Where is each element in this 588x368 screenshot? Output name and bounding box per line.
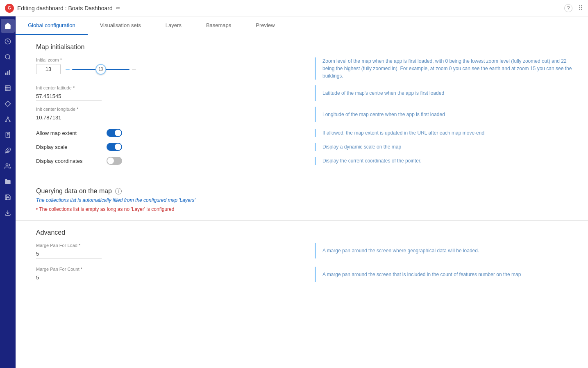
initial-zoom-row: Initial zoom * 13	[36, 57, 576, 80]
marge-pan-count-input[interactable]	[36, 273, 102, 282]
querying-title-row: Querying data on the map i	[36, 187, 576, 195]
initial-zoom-left: Initial zoom * 13	[36, 57, 315, 80]
display-coordinates-helper: Display the current coordinates of the p…	[315, 157, 576, 165]
svg-point-1	[5, 55, 10, 59]
content-area: Global configuration Visualisation sets …	[16, 16, 588, 368]
page-title: Editing dashboard : Boats Dashboard	[17, 5, 113, 11]
initial-zoom-helper: Zoom level of the map when the app is fi…	[315, 57, 576, 80]
querying-note: • The collections list is empty as long …	[36, 206, 576, 212]
querying-subtitle: The collections list is automatically fi…	[36, 197, 576, 203]
longitude-row: Init center longitude * Longitude of the…	[36, 107, 576, 122]
sidebar-item-table[interactable]	[1, 81, 15, 95]
querying-info-icon[interactable]: i	[115, 188, 122, 194]
allow-map-extent-toggle[interactable]	[107, 129, 122, 137]
marge-pan-count-helper: A marge pan around the screen that is in…	[315, 267, 576, 282]
tab-layers[interactable]: Layers	[153, 16, 194, 35]
svg-rect-3	[5, 73, 7, 75]
sidebar-item-home[interactable]	[1, 19, 15, 33]
allow-map-extent-knob	[115, 130, 121, 136]
display-scale-label: Display scale	[36, 144, 102, 150]
marge-pan-load-helper: A marge pan around the screen where geog…	[315, 243, 576, 258]
marge-pan-load-label: Marge Pan For Load *	[36, 243, 306, 248]
display-coordinates-row: Display coordinates Display the current …	[36, 157, 576, 165]
display-coordinates-label: Display coordinates	[36, 158, 102, 164]
allow-map-extent-toggle-row: Allow map extent	[36, 129, 306, 137]
display-coordinates-toggle-row: Display coordinates	[36, 157, 306, 165]
app-logo: G	[5, 4, 14, 13]
advanced-title: Advanced	[36, 229, 576, 236]
svg-point-12	[5, 121, 7, 122]
marge-pan-load-input[interactable]	[36, 249, 102, 258]
svg-rect-6	[5, 86, 10, 91]
sidebar	[0, 16, 16, 368]
sidebar-item-chart[interactable]	[1, 66, 15, 80]
marge-pan-load-row: Marge Pan For Load * A marge pan around …	[36, 243, 576, 258]
latitude-label: Init center latitude *	[36, 85, 306, 90]
allow-map-extent-left: Allow map extent	[36, 129, 315, 137]
display-scale-toggle-row: Display scale	[36, 143, 306, 151]
svg-point-11	[7, 117, 9, 118]
sidebar-item-puzzle[interactable]	[1, 144, 15, 158]
map-initialisation-section: Map initialisation Initial zoom * 1	[16, 35, 588, 179]
svg-line-15	[8, 118, 10, 121]
svg-rect-5	[9, 70, 10, 75]
latitude-helper: Latitude of the map's centre when the ap…	[315, 85, 576, 101]
zoom-controls: 13	[36, 64, 306, 74]
display-coordinates-left: Display coordinates	[36, 157, 315, 165]
querying-title: Querying data on the map	[36, 187, 112, 195]
allow-map-extent-helper: If allowed, the map extent is updated in…	[315, 129, 576, 137]
top-bar: G Editing dashboard : Boats Dashboard ✏ …	[0, 0, 588, 16]
allow-map-extent-row: Allow map extent If allowed, the map ext…	[36, 129, 576, 137]
tab-global-configuration[interactable]: Global configuration	[16, 16, 88, 35]
sidebar-item-folder[interactable]	[1, 175, 15, 189]
svg-point-13	[9, 121, 10, 122]
svg-line-2	[9, 58, 10, 59]
body-scroll: Map initialisation Initial zoom * 1	[16, 35, 588, 368]
map-init-title: Map initialisation	[36, 43, 576, 51]
display-coordinates-toggle[interactable]	[107, 157, 122, 165]
marge-pan-count-label: Marge Pan For Count *	[36, 267, 306, 272]
latitude-row: Init center latitude * Latitude of the m…	[36, 85, 576, 101]
sidebar-item-download[interactable]	[1, 206, 15, 220]
sidebar-item-save[interactable]	[1, 190, 15, 204]
grid-icon[interactable]: ⠿	[578, 4, 583, 12]
sidebar-item-search[interactable]	[1, 50, 15, 64]
sidebar-item-doc[interactable]	[1, 128, 15, 142]
display-scale-toggle[interactable]	[107, 143, 122, 151]
marge-pan-count-row: Marge Pan For Count * A marge pan around…	[36, 267, 576, 282]
sidebar-item-clock[interactable]	[1, 34, 15, 48]
display-scale-helper: Display a dynamic scale on the map	[315, 143, 576, 151]
longitude-label: Init center longitude *	[36, 107, 306, 112]
svg-line-14	[6, 118, 8, 121]
longitude-left: Init center longitude *	[36, 107, 315, 122]
zoom-slider-container: 13	[66, 69, 136, 70]
tab-visualisation-sets[interactable]: Visualisation sets	[88, 16, 153, 35]
allow-map-extent-label: Allow map extent	[36, 130, 102, 136]
initial-zoom-input[interactable]	[36, 64, 61, 74]
latitude-input[interactable]	[36, 92, 102, 101]
display-scale-left: Display scale	[36, 143, 315, 151]
tab-bar: Global configuration Visualisation sets …	[16, 16, 588, 35]
sidebar-item-users[interactable]	[1, 159, 15, 173]
display-scale-row: Display scale Display a dynamic scale on…	[36, 143, 576, 151]
zoom-slider-track[interactable]: 13	[72, 69, 129, 70]
marge-pan-count-left: Marge Pan For Count *	[36, 267, 315, 282]
display-coordinates-knob	[107, 158, 114, 164]
tab-basemaps[interactable]: Basemaps	[194, 16, 243, 35]
svg-marker-10	[5, 101, 10, 106]
tab-preview[interactable]: Preview	[243, 16, 287, 35]
longitude-input[interactable]	[36, 113, 102, 122]
edit-title-icon[interactable]: ✏	[116, 5, 120, 11]
help-icon[interactable]: ?	[564, 4, 572, 12]
svg-rect-4	[7, 71, 9, 75]
longitude-helper: Longitude of the map centre when the app…	[315, 107, 576, 122]
svg-point-22	[6, 164, 8, 166]
querying-section: Querying data on the map i The collectio…	[16, 179, 588, 221]
sidebar-item-nodes[interactable]	[1, 112, 15, 126]
marge-pan-load-left: Marge Pan For Load *	[36, 243, 315, 258]
sidebar-item-diamond[interactable]	[1, 97, 15, 111]
initial-zoom-label: Initial zoom *	[36, 57, 306, 62]
zoom-slider-thumb[interactable]: 13	[95, 64, 106, 75]
main-layout: Global configuration Visualisation sets …	[0, 16, 588, 368]
display-scale-knob	[115, 144, 121, 150]
